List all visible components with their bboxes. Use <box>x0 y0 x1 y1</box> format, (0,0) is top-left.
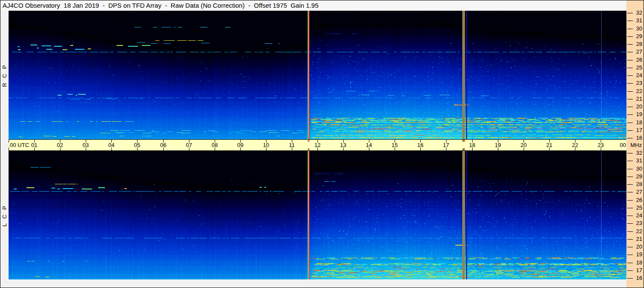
freq-tick <box>627 169 633 169</box>
freq-label: 18 <box>633 119 642 126</box>
freq-label: 28 <box>633 41 642 47</box>
freq-tick <box>627 83 633 84</box>
freq-label: 21 <box>633 236 642 242</box>
freq-label: 18 <box>633 259 642 266</box>
hour-label: 16 <box>414 142 427 148</box>
hour-label: 14 <box>362 142 375 148</box>
freq-tick <box>627 36 633 37</box>
freq-tick <box>627 200 633 201</box>
freq-tick <box>627 13 633 13</box>
freq-tick <box>627 239 633 240</box>
freq-label: 20 <box>633 243 642 250</box>
hour-label: 01 <box>28 142 41 148</box>
lcp-label-text: L C P <box>1 204 8 226</box>
spectrogram-lcp <box>9 151 626 279</box>
marker-nub-stripe <box>309 148 309 150</box>
hour-label: 09 <box>234 142 247 148</box>
marker-nub-stripe <box>309 140 309 142</box>
freq-tick <box>627 75 633 76</box>
time-axis-right-label: 00 <box>620 142 626 148</box>
hour-tick-top <box>9 140 9 143</box>
hour-label: 22 <box>569 142 581 148</box>
hour-label: 03 <box>79 142 92 148</box>
freq-tick <box>627 130 633 131</box>
freq-tick <box>627 278 633 279</box>
freq-label: 19 <box>633 111 642 117</box>
marker-nub <box>308 148 309 150</box>
freq-label: 26 <box>633 57 642 63</box>
freq-label: 19 <box>633 251 642 258</box>
freq-tick <box>627 21 633 21</box>
panel-label-rcp: R C P <box>0 11 9 139</box>
freq-tick <box>627 223 633 224</box>
freq-label: 31 <box>633 17 642 24</box>
freq-tick <box>627 114 633 115</box>
hour-label: 06 <box>157 142 170 148</box>
freq-label: 16 <box>633 135 642 141</box>
freq-tick <box>627 91 633 92</box>
hour-label: 20 <box>517 142 530 148</box>
freq-tick <box>627 177 633 177</box>
freq-tick <box>627 270 633 271</box>
time-axis-left-label: 00 UTC <box>10 142 29 148</box>
rcp-label-text: R C P <box>1 63 8 87</box>
marker-nub <box>308 140 309 142</box>
app-window: AJ4CO Observatory 18 Jan 2019 - DPS on T… <box>0 0 644 288</box>
freq-tick <box>627 247 633 247</box>
marker-nub-stripe <box>464 140 465 142</box>
freq-label: 32 <box>633 150 642 156</box>
freq-label: 27 <box>633 48 642 55</box>
marker-nub <box>462 140 465 142</box>
freq-tick <box>627 161 633 161</box>
hour-label: 23 <box>594 142 607 148</box>
hour-label: 12 <box>311 142 324 148</box>
hour-label: 15 <box>388 142 401 148</box>
freq-label: 20 <box>633 103 642 110</box>
hour-label: 11 <box>285 142 298 148</box>
freq-label: 22 <box>633 228 642 234</box>
freq-tick <box>627 184 633 185</box>
title-bar: AJ4CO Observatory 18 Jan 2019 - DPS on T… <box>0 0 626 11</box>
freq-label: 17 <box>633 267 642 273</box>
hour-label: 08 <box>208 142 221 148</box>
freq-label: 30 <box>633 165 642 172</box>
hour-label: 21 <box>543 142 556 148</box>
freq-label: 24 <box>633 72 642 78</box>
freq-tick <box>627 208 633 208</box>
hour-label: 10 <box>260 142 273 148</box>
freq-tick <box>627 44 633 45</box>
freq-tick <box>627 52 633 52</box>
freq-tick <box>627 231 633 232</box>
freq-tick <box>627 153 633 153</box>
freq-label: 24 <box>633 212 642 219</box>
freq-label: 31 <box>633 157 642 164</box>
hour-label: 19 <box>491 142 504 148</box>
bottom-margin <box>0 279 626 288</box>
marker-nub <box>462 148 465 150</box>
freq-tick <box>627 68 633 68</box>
freq-tick <box>627 138 633 138</box>
freq-label: 27 <box>633 189 642 195</box>
freq-tick <box>627 216 633 216</box>
freq-tick <box>627 99 633 99</box>
freq-label: 30 <box>633 25 642 32</box>
freq-label: 23 <box>633 220 642 226</box>
freq-label: 25 <box>633 204 642 211</box>
hour-label: 02 <box>54 142 66 148</box>
freq-label: 29 <box>633 33 642 39</box>
freq-label: 25 <box>633 64 642 71</box>
freq-tick <box>627 263 633 263</box>
marker-nub-stripe <box>464 148 465 150</box>
freq-label: 32 <box>633 9 642 16</box>
freq-tick <box>627 107 633 107</box>
time-axis: 00 UTC 00 010203040506070809101112131415… <box>9 139 626 151</box>
freq-label: 23 <box>633 80 642 86</box>
page-title: AJ4CO Observatory 18 Jan 2019 - DPS on T… <box>3 2 318 9</box>
freq-label: 22 <box>633 88 642 94</box>
hour-tick-bottom <box>9 147 9 150</box>
freq-label: 16 <box>633 275 642 281</box>
freq-label: 28 <box>633 181 642 187</box>
hour-label: 17 <box>440 142 452 148</box>
freq-tick <box>627 29 633 29</box>
freq-tick <box>627 123 633 123</box>
